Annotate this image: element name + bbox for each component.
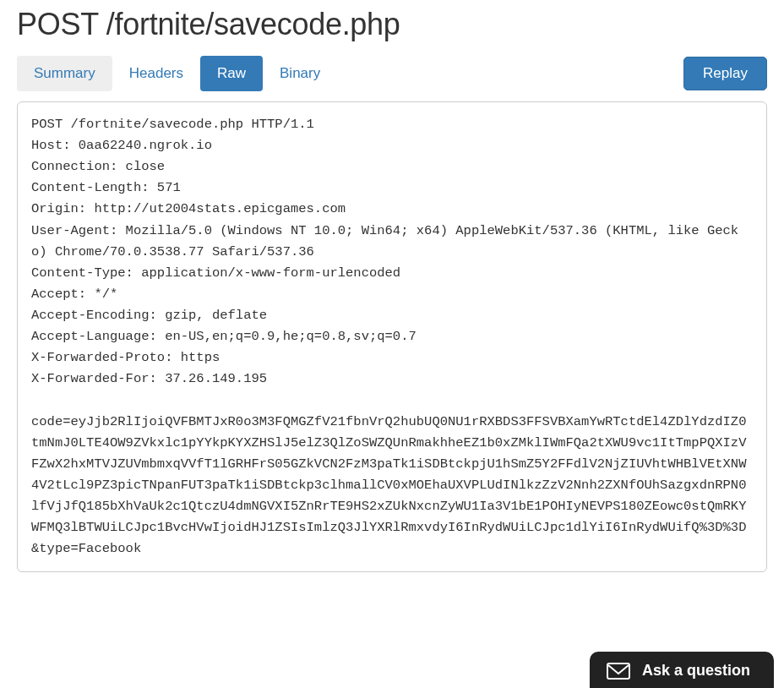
tab-raw[interactable]: Raw <box>200 56 263 91</box>
tab-headers[interactable]: Headers <box>112 56 200 91</box>
raw-request-panel[interactable]: POST /fortnite/savecode.php HTTP/1.1 Hos… <box>17 101 767 572</box>
replay-button[interactable]: Replay <box>683 57 767 90</box>
tab-summary[interactable]: Summary <box>17 56 112 91</box>
tab-binary[interactable]: Binary <box>263 56 337 91</box>
tabs: Summary Headers Raw Binary <box>17 56 337 91</box>
toolbar: Summary Headers Raw Binary Replay <box>17 56 767 91</box>
page-title: POST /fortnite/savecode.php <box>17 0 767 56</box>
